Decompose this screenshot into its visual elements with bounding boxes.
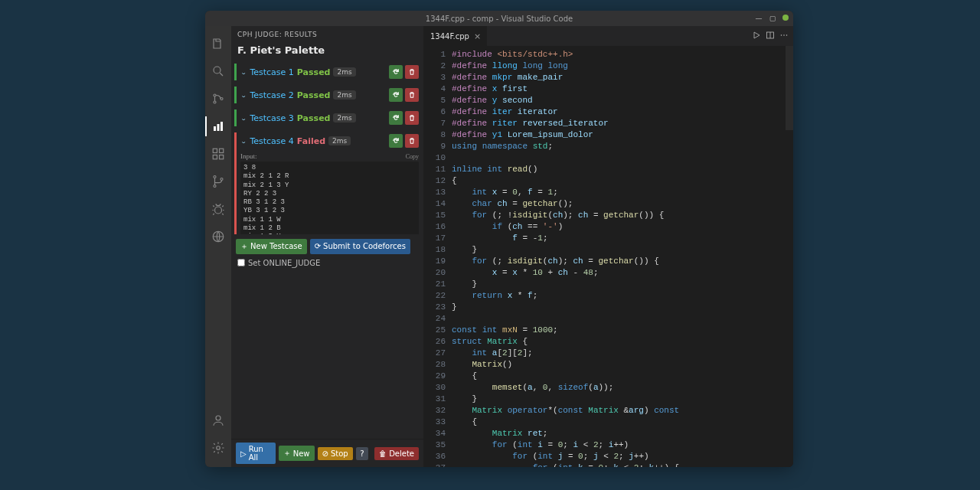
testcase-time: 2ms — [333, 113, 355, 122]
extensions-icon[interactable] — [205, 141, 231, 167]
more-icon[interactable] — [779, 31, 789, 42]
stop-icon: ⊘ — [322, 449, 328, 458]
svg-point-13 — [220, 178, 223, 181]
testcase-time: 2ms — [328, 136, 351, 145]
scrollbar[interactable] — [786, 46, 793, 467]
testcase-time: 2ms — [333, 90, 355, 100]
submit-codeforces-button[interactable]: ⟳ Submit to Codeforces — [310, 239, 410, 254]
delete-testcase-button[interactable] — [405, 134, 419, 148]
testcase-status: Failed — [297, 136, 325, 146]
delete-testcase-button[interactable] — [405, 88, 419, 102]
testcase-header[interactable]: ⌄ Testcase 1 Passed 2ms — [234, 64, 420, 80]
split-editor-icon[interactable] — [766, 31, 775, 42]
testcase-name: Testcase 1 — [250, 67, 293, 77]
testcase-detail: Input:Copy 3 8 mix 2 1 2 R mix 2 1 3 Y R… — [234, 152, 420, 234]
maximize-icon[interactable]: ▢ — [769, 15, 776, 22]
vscode-window: 1344F.cpp - comp - Visual Studio Code — … — [205, 11, 793, 467]
svg-rect-10 — [220, 155, 224, 159]
delete-testcase-button[interactable] — [405, 65, 419, 79]
chevron-down-icon: ⌄ — [240, 138, 247, 144]
remote-icon[interactable] — [205, 224, 231, 250]
panel-header: CPH JUDGE: RESULTS — [231, 26, 423, 41]
svg-point-1 — [214, 94, 216, 96]
testcase-name: Testcase 2 — [250, 90, 293, 100]
copy-button[interactable]: Copy — [406, 153, 419, 160]
status-bar — [234, 64, 237, 80]
svg-point-2 — [214, 101, 216, 103]
editor: 1344F.cpp × 1234567891011121314151617181… — [424, 26, 793, 467]
upload-icon: ⟳ — [315, 242, 321, 250]
testcase: ⌄ Testcase 1 Passed 2ms — [234, 64, 420, 80]
svg-point-11 — [214, 176, 216, 178]
play-icon: ▷ — [240, 449, 247, 458]
plus-icon: ＋ — [283, 448, 291, 459]
delete-testcase-button[interactable] — [405, 111, 419, 125]
rerun-button[interactable] — [389, 65, 403, 79]
run-all-button[interactable]: ▷ Run All — [236, 443, 276, 464]
checkbox-input[interactable] — [237, 259, 245, 266]
rerun-button[interactable] — [389, 111, 403, 125]
git-branch-icon[interactable] — [205, 168, 231, 194]
button-label: Submit to Codeforces — [323, 242, 406, 250]
svg-point-21 — [786, 34, 788, 36]
testcase: ⌄ Testcase 4 Failed 2ms Input:Copy 3 8 m… — [234, 132, 420, 234]
help-button[interactable]: ? — [356, 447, 368, 460]
cph-results-panel: CPH JUDGE: RESULTS F. Piet's Palette ⌄ T… — [231, 26, 424, 467]
trash-icon: 🗑 — [379, 449, 387, 458]
code-area[interactable]: 1234567891011121314151617181920212223242… — [424, 46, 793, 467]
close-icon[interactable] — [782, 15, 789, 21]
stop-button[interactable]: ⊘ Stop — [318, 447, 353, 460]
search-icon[interactable] — [205, 58, 231, 84]
svg-point-0 — [214, 67, 220, 74]
testcase-header[interactable]: ⌄ Testcase 3 Passed 2ms — [234, 109, 420, 126]
tab-1344f[interactable]: 1344F.cpp × — [424, 26, 487, 46]
plus-icon: ＋ — [240, 241, 248, 252]
window-title: 1344F.cpp - comp - Visual Studio Code — [426, 15, 573, 23]
minimize-icon[interactable]: — — [755, 15, 763, 22]
close-icon[interactable]: × — [474, 31, 481, 41]
new-button[interactable]: ＋ New — [279, 446, 315, 461]
debug-icon[interactable] — [205, 196, 231, 222]
status-bar — [234, 132, 237, 234]
chevron-down-icon: ⌄ — [240, 115, 247, 121]
window-controls: — ▢ — [755, 15, 789, 22]
cph-judge-icon[interactable] — [205, 113, 231, 139]
source-control-icon[interactable] — [205, 86, 231, 112]
rerun-button[interactable] — [389, 134, 403, 148]
testcase-header[interactable]: ⌄ Testcase 4 Failed 2ms — [234, 132, 420, 149]
testcase: ⌄ Testcase 2 Passed 2ms — [234, 87, 420, 103]
button-label: New — [293, 449, 310, 458]
explorer-icon[interactable] — [205, 31, 231, 57]
run-icon[interactable] — [752, 31, 761, 42]
rerun-button[interactable] — [389, 88, 403, 102]
delete-button[interactable]: 🗑 Delete — [374, 447, 419, 460]
button-label: Delete — [389, 449, 414, 458]
button-label: New Testcase — [250, 242, 302, 250]
panel-bottom-bar: ▷ Run All ＋ New ⊘ Stop ? 🗑 Delete — [231, 439, 423, 467]
testcase-status: Passed — [297, 113, 331, 123]
problem-title: F. Piet's Palette — [231, 41, 423, 64]
gear-icon[interactable] — [205, 435, 231, 461]
button-label: Stop — [331, 449, 348, 458]
status-bar — [234, 109, 237, 126]
chevron-down-icon: ⌄ — [240, 92, 247, 98]
tab-label: 1344F.cpp — [430, 32, 469, 41]
scrollbar-thumb[interactable] — [786, 46, 793, 130]
svg-point-20 — [783, 34, 785, 36]
testcase-time: 2ms — [333, 67, 355, 77]
svg-rect-7 — [213, 149, 217, 152]
activity-bar — [205, 26, 231, 467]
svg-point-17 — [217, 446, 220, 450]
svg-rect-4 — [214, 126, 216, 131]
testcase-status: Passed — [297, 90, 331, 100]
svg-rect-6 — [220, 122, 223, 131]
code-content[interactable]: #include <bits/stdc++.h>#define llong lo… — [452, 46, 786, 467]
accounts-icon[interactable] — [205, 407, 231, 433]
chevron-down-icon: ⌄ — [240, 69, 247, 75]
status-bar — [234, 87, 237, 103]
set-online-judge-checkbox[interactable]: Set ONLINE_JUDGE — [231, 259, 423, 272]
testcase-header[interactable]: ⌄ Testcase 2 Passed 2ms — [234, 87, 420, 103]
checkbox-label: Set ONLINE_JUDGE — [248, 259, 320, 267]
testcase-status: Passed — [297, 67, 331, 77]
new-testcase-button[interactable]: ＋ New Testcase — [236, 239, 307, 254]
